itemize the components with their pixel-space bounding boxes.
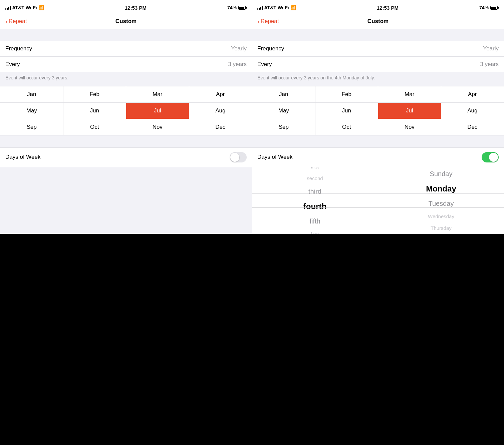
day-item-tuesday[interactable]: Tuesday	[378, 196, 504, 210]
battery-pct-left: 74%	[227, 5, 237, 10]
right-back-button[interactable]: ‹ Repeat	[257, 18, 279, 25]
right-status-right: 74%	[479, 5, 499, 10]
ordinal-item-first[interactable]: first	[252, 167, 378, 173]
ordinal-picker[interactable]: firstsecondthirdfourthfifthlast	[252, 167, 378, 234]
every-label-right: Every	[257, 61, 272, 68]
month-cell-right-nov[interactable]: Nov	[378, 119, 441, 135]
right-dow-row: Days of Week	[252, 147, 504, 167]
left-every-row[interactable]: Every 3 years	[0, 57, 252, 72]
month-cell-right-dec[interactable]: Dec	[441, 119, 504, 135]
left-back-button[interactable]: ‹ Repeat	[5, 18, 27, 25]
signal-bars-left	[5, 6, 11, 10]
rbar4	[262, 6, 263, 10]
left-settings-section: Frequency Yearly Every 3 years	[0, 41, 252, 72]
dow-toggle-left[interactable]	[230, 152, 247, 162]
month-cell-left-jan[interactable]: Jan	[0, 86, 63, 103]
month-cell-left-dec[interactable]: Dec	[189, 119, 252, 135]
right-status-bar: AT&T Wi-Fi 📶 12:53 PM 74%	[252, 0, 504, 15]
month-cell-right-feb[interactable]: Feb	[315, 86, 379, 103]
month-cell-left-nov[interactable]: Nov	[126, 119, 189, 135]
carrier-right: AT&T Wi-Fi	[264, 5, 289, 10]
month-cell-right-may[interactable]: May	[252, 103, 315, 119]
month-cell-right-jul[interactable]: Jul	[378, 103, 441, 119]
carrier-left: AT&T Wi-Fi	[12, 5, 37, 10]
back-label-right: Repeat	[261, 18, 279, 25]
left-status-right: 74%	[227, 5, 247, 10]
battery-icon-right	[490, 6, 499, 10]
toggle-thumb-right	[489, 153, 498, 162]
toggle-thumb-left	[230, 153, 239, 162]
left-phone: AT&T Wi-Fi 📶 12:53 PM 74% ‹ Repeat Custo	[0, 0, 252, 234]
left-month-grid-section: JanFebMarAprMayJunJulAugSepOctNovDec	[0, 86, 252, 135]
rbar2	[259, 8, 260, 10]
frequency-label-left: Frequency	[5, 45, 32, 52]
month-cell-left-jun[interactable]: Jun	[63, 103, 127, 119]
bar3	[8, 7, 9, 10]
day-item-wednesday[interactable]: Wednesday	[378, 210, 504, 222]
right-frequency-row[interactable]: Frequency Yearly	[252, 41, 504, 57]
dow-label-right: Days of Week	[257, 154, 293, 160]
time-left: 12:53 PM	[125, 5, 147, 11]
day-picker[interactable]: SundayMondayTuesdayWednesdayThursday	[378, 167, 504, 234]
month-cell-left-aug[interactable]: Aug	[189, 103, 252, 119]
frequency-value-left: Yearly	[231, 45, 247, 52]
right-status-left: AT&T Wi-Fi 📶	[257, 5, 296, 10]
day-item-sunday[interactable]: Sunday	[378, 167, 504, 181]
ordinal-item-second[interactable]: second	[252, 172, 378, 184]
right-month-grid-section: JanFebMarAprMayJunJulAugSepOctNovDec	[252, 86, 504, 135]
rbar3	[260, 7, 261, 10]
left-dow-section: Days of Week	[0, 147, 252, 167]
left-bottom-spacer	[0, 167, 252, 194]
picker-section: firstsecondthirdfourthfifthlast SundayMo…	[252, 167, 504, 234]
ordinal-item-fifth[interactable]: fifth	[252, 214, 378, 228]
month-cell-left-oct[interactable]: Oct	[63, 119, 127, 135]
frequency-label-right: Frequency	[257, 45, 284, 52]
wifi-icon-left: 📶	[38, 5, 44, 10]
chevron-left-icon-right: ‹	[257, 18, 260, 25]
picker-container: firstsecondthirdfourthfifthlast SundayMo…	[252, 167, 504, 234]
month-cell-right-apr[interactable]: Apr	[441, 86, 504, 103]
month-cell-right-jan[interactable]: Jan	[252, 86, 315, 103]
ordinal-item-third[interactable]: third	[252, 184, 378, 198]
month-cell-right-jun[interactable]: Jun	[315, 103, 379, 119]
bar4	[10, 6, 11, 10]
dow-label-left: Days of Week	[5, 154, 41, 160]
left-nav-bar: ‹ Repeat Custom	[0, 15, 252, 29]
back-label-left: Repeat	[9, 18, 27, 25]
month-cell-right-oct[interactable]: Oct	[315, 119, 379, 135]
month-cell-right-aug[interactable]: Aug	[441, 103, 504, 119]
battery-body-left	[238, 6, 246, 10]
month-cell-left-mar[interactable]: Mar	[126, 86, 189, 103]
month-cell-right-mar[interactable]: Mar	[378, 86, 441, 103]
ordinal-item-fourth[interactable]: fourth	[252, 198, 378, 214]
left-status-left: AT&T Wi-Fi 📶	[5, 5, 44, 10]
battery-pct-right: 74%	[479, 5, 489, 10]
battery-fill-left	[239, 7, 244, 9]
day-item-monday[interactable]: Monday	[378, 181, 504, 196]
month-cell-right-sep[interactable]: Sep	[252, 119, 315, 135]
time-right: 12:53 PM	[377, 5, 399, 11]
right-nav-bar: ‹ Repeat Custom	[252, 15, 504, 29]
month-cell-left-may[interactable]: May	[0, 103, 63, 119]
left-status-bar: AT&T Wi-Fi 📶 12:53 PM 74%	[0, 0, 252, 15]
right-spacer-top	[252, 29, 504, 41]
battery-fill-right	[491, 7, 496, 9]
frequency-value-right: Yearly	[483, 45, 499, 52]
month-cell-left-jul[interactable]: Jul	[126, 103, 189, 119]
rbar1	[257, 8, 258, 10]
left-nav-title: Custom	[115, 18, 137, 25]
month-cell-left-feb[interactable]: Feb	[63, 86, 127, 103]
right-every-row[interactable]: Every 3 years	[252, 57, 504, 72]
left-frequency-row[interactable]: Frequency Yearly	[0, 41, 252, 57]
left-month-grid: JanFebMarAprMayJunJulAugSepOctNovDec	[0, 86, 252, 135]
chevron-left-icon: ‹	[5, 18, 8, 25]
dow-toggle-right[interactable]	[482, 152, 499, 162]
every-value-right: 3 years	[480, 61, 499, 68]
every-label-left: Every	[5, 61, 20, 68]
day-item-thursday[interactable]: Thursday	[378, 222, 504, 234]
left-spacer-top	[0, 29, 252, 41]
right-settings-section: Frequency Yearly Every 3 years	[252, 41, 504, 72]
month-cell-left-sep[interactable]: Sep	[0, 119, 63, 135]
ordinal-item-last[interactable]: last	[252, 228, 378, 234]
month-cell-left-apr[interactable]: Apr	[189, 86, 252, 103]
